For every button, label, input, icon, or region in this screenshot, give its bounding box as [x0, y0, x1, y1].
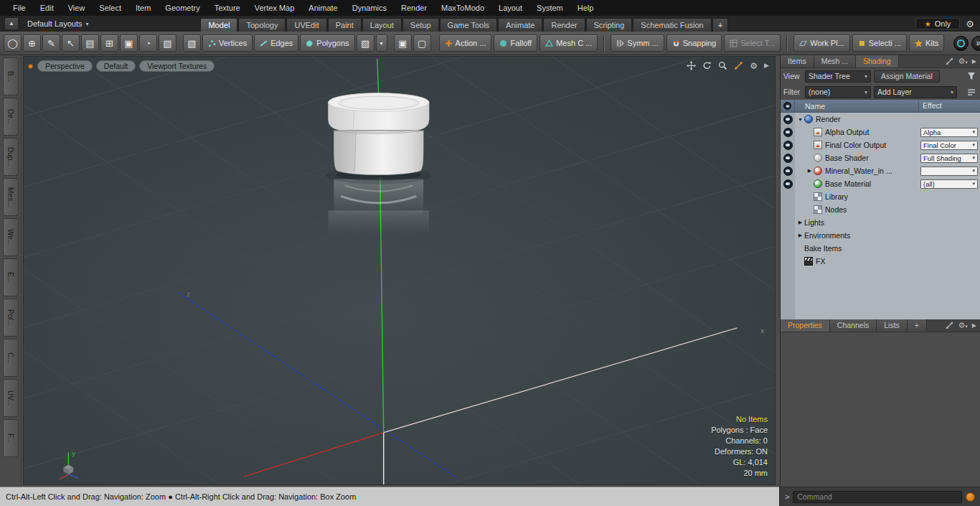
item-mode-icon[interactable]: ▧: [357, 34, 374, 52]
action-button[interactable]: Action ...: [439, 34, 492, 52]
cursor-tool-icon[interactable]: ↖: [62, 34, 80, 52]
menu-vertex-map[interactable]: Vertex Map: [248, 0, 302, 16]
tree-row-nodes[interactable]: Nodes: [781, 203, 980, 216]
layout-tab-uvedit[interactable]: UVEdit: [286, 18, 326, 32]
palette-tab-c[interactable]: C...: [3, 339, 19, 377]
layout-home-button[interactable]: ▲: [4, 17, 19, 30]
panel-resize-icon[interactable]: [946, 322, 953, 329]
layout-tab-scripting[interactable]: Scripting: [586, 18, 633, 32]
menu-view[interactable]: View: [61, 0, 93, 16]
pen-tool-icon[interactable]: ✎: [42, 34, 60, 52]
tree-row-fx[interactable]: FX: [781, 255, 980, 268]
tree-row-render[interactable]: ▼Render: [781, 113, 980, 126]
mesh-c-button[interactable]: Mesh C ...: [540, 34, 598, 52]
visibility-eye-icon[interactable]: [783, 141, 793, 150]
panel-resize-icon[interactable]: [946, 57, 953, 65]
viewport-default-button[interactable]: Default: [96, 60, 136, 72]
effect-dropdown[interactable]: Full Shading▾: [920, 154, 978, 163]
panel-menu-icon[interactable]: ▶: [972, 59, 976, 65]
layout-tab-game-tools[interactable]: Game Tools: [440, 18, 498, 32]
viewport-menu-dot-icon[interactable]: [28, 64, 33, 69]
tree-row-mineral-water-in[interactable]: ▶Mineral_Water_in ...▾: [781, 164, 980, 177]
viewport-perspective-button[interactable]: Perspective: [37, 60, 93, 72]
tab-shading[interactable]: Shading: [856, 55, 899, 67]
filter-dropdown[interactable]: (none) ▾: [805, 86, 871, 98]
radial-tool-icon[interactable]: ◔: [139, 34, 157, 52]
menu-edit[interactable]: Edit: [33, 0, 61, 16]
filter-funnel-slot[interactable]: [967, 72, 977, 80]
expand-icon[interactable]: ▶: [764, 62, 769, 69]
layout-tab-schematic-fusion[interactable]: Schematic Fusion: [633, 18, 711, 32]
ellipse-tool-icon[interactable]: ◯: [4, 34, 22, 52]
layout-tab-render[interactable]: Render: [543, 18, 585, 32]
tree-row-library[interactable]: Library: [781, 190, 980, 203]
selecti-button[interactable]: Selecti ...: [852, 34, 907, 52]
tab-items[interactable]: Items: [781, 55, 814, 67]
panel-gear-icon[interactable]: ⚙▾: [958, 57, 967, 65]
tree-row-final-color-output[interactable]: Final Color OutputFinal Color▾: [781, 139, 980, 151]
menu-file[interactable]: File: [6, 0, 33, 16]
add-layer-dropdown[interactable]: Add Layer ▾: [874, 86, 957, 98]
palette-tab-f[interactable]: F...: [3, 419, 19, 457]
sphere-tool-icon[interactable]: ⊕: [23, 34, 41, 52]
name-column-header[interactable]: Name: [795, 102, 918, 111]
layout-tab-model[interactable]: Model: [200, 18, 237, 32]
command-status-button[interactable]: [966, 492, 975, 502]
pan-move-icon[interactable]: [687, 61, 696, 70]
visibility-eye-icon[interactable]: [783, 128, 793, 137]
menu-system[interactable]: System: [529, 0, 570, 16]
expander-down-icon[interactable]: ▼: [796, 117, 804, 122]
select-t-button[interactable]: Select T...: [724, 34, 781, 52]
polygons-mode-button[interactable]: Polygons: [300, 34, 354, 52]
layer-list-slot[interactable]: [967, 88, 977, 96]
palette-tab-pol[interactable]: Pol...: [3, 299, 19, 337]
palette-tab-e[interactable]: E...: [3, 258, 19, 296]
rotate-icon[interactable]: [702, 61, 712, 70]
panel-menu-icon[interactable]: ▶: [972, 323, 976, 329]
tab-properties[interactable]: Properties: [781, 319, 830, 332]
tab-mesh[interactable]: Mesh ...: [814, 55, 856, 67]
palette-tab-we[interactable]: We...: [3, 218, 19, 256]
palette-tab-de[interactable]: De...: [3, 98, 19, 136]
menu-geometry[interactable]: Geometry: [158, 0, 207, 16]
mode-dropdown-caret-icon[interactable]: ▾: [376, 34, 387, 52]
jar-model[interactable]: [329, 93, 430, 175]
tree-row-base-material[interactable]: Base Material(all)▾: [781, 177, 980, 190]
modo-version-badge[interactable]: 10: [971, 36, 980, 51]
menu-select[interactable]: Select: [92, 0, 128, 16]
clone-tool-icon[interactable]: ▤: [81, 34, 99, 52]
menu-layout[interactable]: Layout: [491, 0, 529, 16]
item-mode-icon[interactable]: ▧: [183, 34, 201, 52]
layouts-dropdown[interactable]: Default Layouts ▾: [22, 19, 94, 28]
viewport-viewport-textures-button[interactable]: Viewport Textures: [139, 60, 215, 72]
menu-render[interactable]: Render: [394, 0, 434, 16]
effect-dropdown[interactable]: (all)▾: [920, 179, 978, 189]
work-pl-button[interactable]: Work Pl...: [793, 34, 849, 52]
expander-right-icon[interactable]: ▶: [796, 220, 804, 225]
visibility-eye-icon[interactable]: [783, 167, 793, 176]
bevel-tool-icon[interactable]: ▣: [120, 34, 138, 52]
array-tool-icon[interactable]: ⊞: [100, 34, 118, 52]
menu-texture[interactable]: Texture: [207, 0, 248, 16]
viewport-3d[interactable]: x z y PerspectiveDefaultViewport Texture…: [23, 56, 776, 485]
tree-row-environments[interactable]: ▶Environments: [781, 229, 980, 242]
tree-row-bake-items[interactable]: Bake Items: [781, 242, 980, 255]
layout-tab-paint[interactable]: Paint: [328, 18, 362, 32]
visibility-eye-icon[interactable]: [783, 115, 793, 124]
pivot-center-icon[interactable]: ▢: [413, 34, 431, 52]
effect-dropdown[interactable]: Final Color▾: [920, 141, 978, 150]
tab-channels[interactable]: Channels: [830, 319, 877, 332]
layout-tab-animate[interactable]: Animate: [498, 18, 542, 32]
palette-tab-dup[interactable]: Dup...: [3, 138, 19, 176]
visibility-eye-icon[interactable]: [783, 154, 793, 163]
command-input[interactable]: [793, 491, 962, 503]
settings-icon[interactable]: ⚙: [750, 62, 758, 70]
tab-item[interactable]: +: [908, 319, 927, 332]
effect-dropdown[interactable]: ▾: [920, 167, 978, 176]
view-mode-dropdown[interactable]: Shader Tree ▾: [805, 70, 871, 83]
palette-tab-uv[interactable]: UV...: [3, 379, 19, 417]
only-button[interactable]: ★ Only: [915, 18, 961, 29]
layout-tab-setup[interactable]: Setup: [402, 18, 439, 32]
menu-dynamics[interactable]: Dynamics: [345, 0, 394, 16]
viewport-scene[interactable]: x z y: [24, 57, 775, 484]
